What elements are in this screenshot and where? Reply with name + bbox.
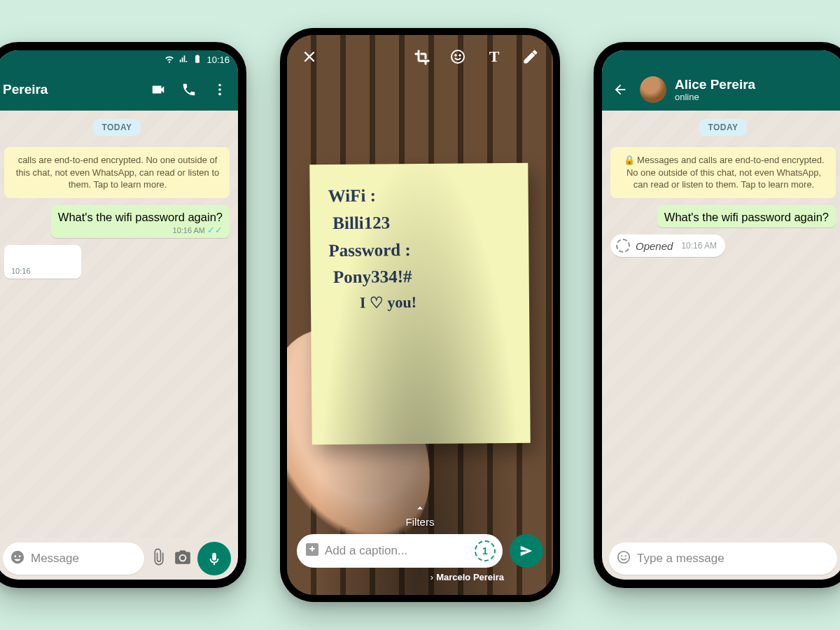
svg-point-3 — [451, 50, 464, 63]
input-placeholder: Type a message — [637, 552, 830, 566]
caption-input[interactable]: Add a caption... 1 — [297, 534, 503, 568]
message-time: 10:16 — [11, 267, 31, 275]
message-text — [11, 250, 74, 265]
opened-time: 10:16 AM — [681, 241, 717, 251]
message-incoming[interactable]: 10:16 — [4, 245, 81, 279]
note-line — [329, 290, 514, 291]
message-input-bar: Type a message — [602, 538, 840, 580]
note-line: Pony334!# — [329, 262, 514, 291]
thumb-graphic — [317, 295, 412, 433]
contact-name: Alice Pereira — [675, 77, 837, 92]
statusbar: 10:16 — [0, 50, 238, 69]
contact-avatar[interactable] — [640, 76, 666, 103]
svg-point-0 — [218, 84, 221, 87]
statusbar-time: 10:16 — [206, 55, 230, 65]
screen-left: 10:16 Pereira TODAY calls are end-to-end… — [0, 50, 238, 580]
message-text: What's the wifi password again? — [58, 210, 223, 225]
attach-button[interactable] — [150, 548, 168, 569]
recipient-chip[interactable]: › Marcelo Pereira — [430, 572, 504, 582]
view-once-opened[interactable]: Opened 10:16 AM — [610, 234, 725, 257]
caption-placeholder: Add a caption... — [325, 544, 470, 558]
message-time: 10:16 AM — [173, 226, 205, 234]
message-meta: 10:16 — [11, 267, 74, 275]
svg-point-5 — [459, 55, 461, 57]
e2e-encryption-banner[interactable]: 🔒 Messages and calls are end-to-end encr… — [610, 147, 836, 198]
message-input-bar: Message — [0, 538, 238, 580]
appbar: Pereira — [0, 69, 238, 111]
note-line: Password : — [328, 235, 513, 264]
contact-name: Pereira — [3, 82, 139, 97]
crop-button[interactable] — [412, 47, 431, 66]
view-once-icon — [616, 239, 630, 253]
svg-point-2 — [218, 93, 221, 96]
input-placeholder: Message — [31, 552, 137, 566]
opened-label: Opened — [636, 240, 673, 252]
image-editor-screen: WiFi : Billi123 Password : Pony334!# I ♡… — [287, 35, 553, 595]
day-separator: TODAY — [93, 119, 140, 136]
note-line: I ♡ you! — [329, 290, 514, 315]
phone-right: Alice Pereira online TODAY 🔒 Messages an… — [594, 42, 840, 588]
back-button[interactable] — [609, 78, 631, 101]
phone-left: 10:16 Pereira TODAY calls are end-to-end… — [0, 42, 246, 588]
chevron-right-icon: › — [430, 572, 433, 582]
sticky-note: WiFi : Billi123 Password : Pony334!# I ♡… — [309, 163, 530, 445]
svg-point-8 — [625, 555, 626, 556]
note-line — [328, 235, 513, 237]
svg-point-1 — [218, 88, 221, 91]
appbar: Alice Pereira online — [602, 69, 840, 111]
recipient-name: Marcelo Pereira — [436, 572, 504, 582]
message-outgoing[interactable]: What's the wifi password again? — [657, 205, 836, 228]
message-text: What's the wifi password again? — [664, 210, 829, 225]
note-line: Billi123 — [328, 209, 513, 237]
message-outgoing[interactable]: What's the wifi password again? 10:16 AM… — [51, 205, 230, 239]
text-button[interactable]: T — [484, 47, 504, 66]
chat-body[interactable]: TODAY calls are end-to-end encrypted. No… — [0, 111, 238, 538]
svg-point-4 — [455, 55, 457, 57]
appbar-title-wrap[interactable]: Pereira — [3, 82, 139, 97]
battery-icon — [192, 54, 202, 66]
editor-bottom-bar: Add a caption... 1 › Marcelo Pereira — [297, 534, 543, 582]
close-button[interactable] — [300, 47, 319, 66]
svg-point-6 — [618, 551, 630, 563]
statusbar — [602, 50, 840, 69]
mic-button[interactable] — [197, 542, 231, 575]
emoji-icon[interactable] — [616, 550, 631, 568]
filters-label-text: Filters — [406, 516, 435, 528]
appbar-title-wrap[interactable]: Alice Pereira online — [675, 77, 837, 102]
sticker-button[interactable] — [448, 47, 468, 66]
more-menu-button[interactable] — [209, 78, 231, 101]
add-photo-icon[interactable] — [304, 541, 321, 561]
svg-point-7 — [621, 555, 622, 556]
hand-graphic — [287, 309, 451, 568]
draw-button[interactable] — [521, 47, 540, 66]
contact-presence: online — [675, 92, 837, 102]
day-separator: TODAY — [699, 119, 746, 136]
send-button[interactable] — [510, 534, 543, 568]
emoji-icon[interactable] — [10, 550, 25, 568]
video-call-button[interactable] — [147, 78, 169, 101]
phone-center: WiFi : Billi123 Password : Pony334!# I ♡… — [280, 28, 560, 602]
e2e-encryption-banner[interactable]: calls are end-to-end encrypted. No one o… — [4, 147, 230, 198]
note-line: WiFi : — [328, 181, 513, 210]
view-once-toggle[interactable]: 1 — [475, 540, 496, 561]
screen-right: Alice Pereira online TODAY 🔒 Messages an… — [602, 50, 840, 580]
filters-toggle[interactable]: Filters — [287, 502, 553, 528]
chevron-up-icon — [414, 502, 426, 514]
editor-toolbar: T — [287, 35, 553, 78]
message-input[interactable]: Message — [3, 542, 144, 575]
signal-icon — [178, 54, 188, 66]
camera-button[interactable] — [174, 548, 192, 569]
message-meta: 10:16 AM ✓✓ — [58, 226, 223, 234]
chat-body[interactable]: TODAY 🔒 Messages and calls are end-to-en… — [602, 111, 840, 538]
voice-call-button[interactable] — [178, 78, 200, 101]
wifi-icon — [164, 54, 174, 66]
message-input[interactable]: Type a message — [609, 542, 837, 575]
